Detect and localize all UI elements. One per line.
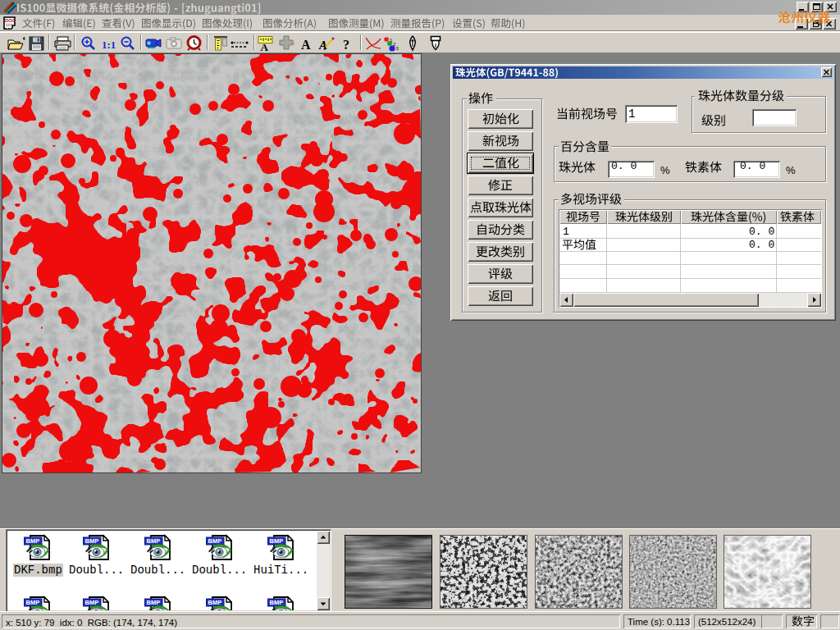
svg-text:BMP: BMP <box>26 537 40 545</box>
svg-text:BMP: BMP <box>270 537 284 545</box>
svg-text:BMP: BMP <box>147 537 161 545</box>
svg-text:BMP: BMP <box>85 537 99 545</box>
svg-text:BMP: BMP <box>85 599 99 606</box>
svg-text:3: 3 <box>396 46 399 51</box>
svg-text:1:1: 1:1 <box>102 39 116 51</box>
svg-text:BMP: BMP <box>208 599 222 606</box>
svg-text:?: ? <box>343 38 349 52</box>
svg-text:BMP: BMP <box>147 599 161 606</box>
svg-text:BMP: BMP <box>26 599 40 606</box>
svg-text:BMP: BMP <box>208 537 222 545</box>
svg-text:BMP: BMP <box>270 599 284 606</box>
svg-text:A: A <box>261 41 269 53</box>
svg-text:A: A <box>301 38 311 52</box>
